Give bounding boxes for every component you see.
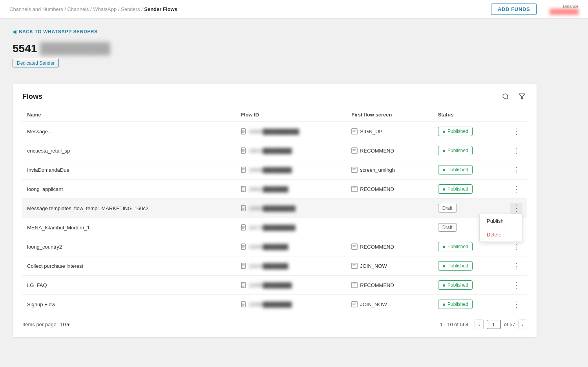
page-icon	[351, 167, 358, 173]
status-dot: ●	[442, 167, 446, 173]
more-options-button[interactable]: ⋮	[510, 203, 522, 214]
status-cell: ● Published	[433, 276, 505, 295]
more-options-button[interactable]: ⋮	[510, 260, 522, 271]
per-page-value: 10	[60, 322, 66, 327]
flow-id-cell: 10288████████	[236, 295, 347, 314]
doc-icon	[241, 282, 247, 288]
actions-cell[interactable]: ⋮	[505, 180, 527, 199]
status-cell: ● Published	[433, 256, 505, 276]
status-label: Published	[447, 302, 468, 307]
screen-name: RECOMMEND	[360, 148, 394, 154]
table-row: LG_FAQ 10285████████ RECOMMEND ● Publish…	[22, 276, 527, 295]
actions-cell[interactable]: ⋮	[505, 141, 527, 160]
pagination-row: Items per page: 10 ▾ 1 - 10 of 564 ‹ of …	[22, 314, 527, 329]
actions-cell[interactable]: ⋮	[505, 122, 527, 141]
per-page-select[interactable]: 10 ▾	[60, 322, 69, 327]
breadcrumb: Channels and Numbers / Channels / WhatsA…	[9, 6, 177, 12]
page-icon	[351, 263, 358, 269]
status-label: Published	[447, 148, 468, 153]
publish-menu-item[interactable]: Publish	[480, 214, 522, 228]
more-options-button[interactable]: ⋮	[510, 145, 522, 156]
first-screen-cell: screen_umihgh	[347, 160, 433, 180]
status-dot: ●	[442, 243, 446, 250]
more-options-button[interactable]: ⋮	[510, 126, 522, 137]
page-icon	[351, 243, 358, 250]
more-options-button[interactable]: ⋮	[510, 280, 522, 291]
status-badge: ● Published	[438, 261, 473, 271]
flow-name-cell: Signup Flow	[22, 295, 236, 314]
status-label: Draft	[442, 205, 453, 211]
more-options-button[interactable]: ⋮	[510, 184, 522, 194]
flows-header: Flows	[22, 91, 527, 102]
status-badge: ● Published	[438, 127, 473, 136]
next-page-button[interactable]: ›	[519, 320, 527, 329]
col-status: Status	[433, 108, 505, 122]
table-row: Signup Flow 10288████████ JOIN_NOW ● Pub…	[22, 295, 527, 314]
flows-tbody: Message... 10004██████████ SIGN_UP ● Pub…	[22, 122, 527, 314]
delete-menu-item[interactable]: Delete	[480, 228, 522, 242]
flow-id-cell: 10240███████	[236, 237, 347, 256]
status-cell: ● Published	[433, 122, 505, 141]
status-badge: Draft	[438, 204, 457, 213]
status-badge: Draft	[438, 223, 457, 232]
status-badge: ● Published	[438, 300, 473, 309]
page-range: 1 - 10 of 564	[440, 322, 468, 327]
table-row: InviaDomandaDue 10038████████ screen_umi…	[22, 160, 527, 180]
flows-actions	[500, 91, 527, 102]
first-screen-cell	[347, 199, 433, 218]
col-first-screen: First flow screen	[347, 108, 433, 122]
table-row: Collect purchase interest 10243███████ J…	[22, 256, 527, 276]
status-dot: ●	[442, 263, 446, 269]
flow-id-cell: 10041███████	[236, 180, 347, 199]
flows-section: Flows Name Flow ID Firs	[13, 83, 537, 338]
status-badge: ● Published	[438, 165, 473, 174]
flow-name-cell: Message...	[22, 122, 236, 141]
doc-icon	[241, 205, 247, 211]
filter-button[interactable]	[517, 91, 527, 102]
status-dot: ●	[442, 282, 446, 288]
page-controls: 1 - 10 of 564 ‹ of 57 ›	[440, 320, 527, 329]
back-to-senders-link[interactable]: ◀ BACK TO WHATSAPP SENDERS	[13, 29, 98, 35]
sender-number-blurred: █████████	[40, 42, 110, 55]
add-funds-button[interactable]: ADD FUNDS	[491, 4, 537, 15]
first-screen-cell: RECOMMEND	[347, 237, 433, 256]
page-of-label: of 57	[504, 322, 515, 327]
page-icon	[351, 301, 358, 307]
status-badge: ● Published	[438, 146, 473, 155]
first-screen-cell: RECOMMEND	[347, 180, 433, 199]
screen-name: SIGN_UP	[360, 129, 382, 134]
flow-name-cell: Message templates_flow_templ_MARKETING_1…	[22, 199, 236, 218]
balance-label: Balance	[563, 4, 579, 9]
page-input[interactable]	[487, 320, 501, 329]
col-flow-id: Flow ID	[236, 108, 347, 122]
items-per-page: Items per page: 10 ▾	[22, 322, 70, 327]
doc-icon	[241, 186, 247, 192]
sender-number: 5541█████████	[13, 42, 537, 55]
doc-icon	[241, 167, 247, 173]
nav-divider	[543, 3, 543, 16]
search-button[interactable]	[500, 91, 511, 102]
status-cell: ● Published	[433, 180, 505, 199]
flow-name-cell: MENA_Istambul_Modern_1	[22, 218, 236, 237]
first-screen-cell: SIGN_UP	[347, 122, 433, 141]
actions-cell[interactable]: ⋮ Publish Delete	[505, 199, 527, 218]
table-row: MENA_Istambul_Modern_1 10173█████████ Dr…	[22, 218, 527, 237]
more-options-button[interactable]: ⋮	[510, 164, 522, 175]
context-menu: Publish Delete	[479, 214, 522, 242]
actions-cell[interactable]: ⋮	[505, 295, 527, 314]
first-screen-cell: JOIN_NOW	[347, 256, 433, 276]
status-cell: ● Published	[433, 141, 505, 160]
prev-page-button[interactable]: ‹	[475, 320, 483, 329]
flow-name-cell: loong_country2	[22, 237, 236, 256]
more-options-button[interactable]: ⋮	[510, 299, 522, 310]
status-label: Published	[447, 129, 468, 134]
actions-cell[interactable]: ⋮	[505, 160, 527, 180]
doc-icon	[241, 224, 247, 231]
actions-cell[interactable]: ⋮	[505, 256, 527, 276]
table-row: Message templates_flow_templ_MARKETING_1…	[22, 199, 527, 218]
more-options-button[interactable]: ⋮	[510, 241, 522, 252]
flow-id-cell: 10285████████	[236, 276, 347, 295]
balance-value: ████████	[550, 9, 579, 15]
actions-cell[interactable]: ⋮	[505, 276, 527, 295]
svg-line-1	[507, 98, 508, 99]
